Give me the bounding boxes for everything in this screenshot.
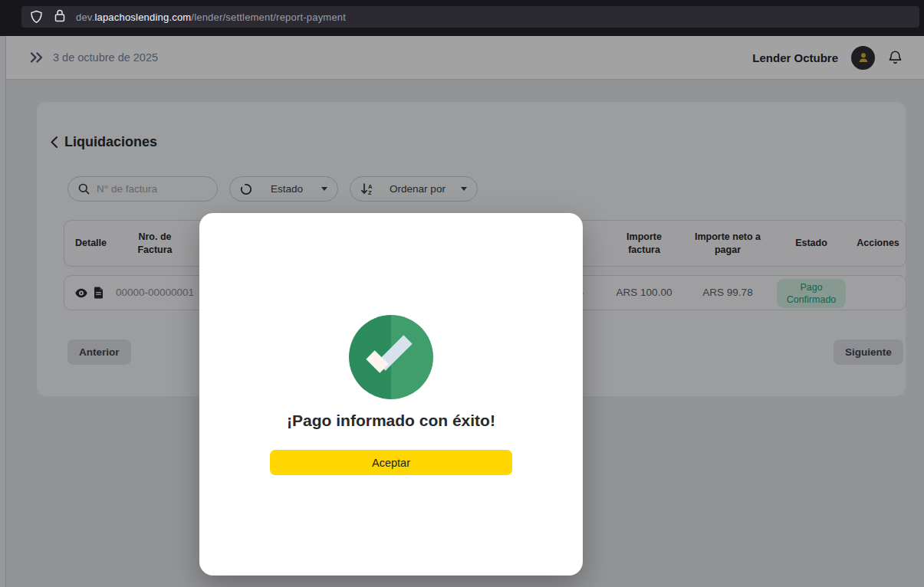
screenshot-root: dev.lapachoslending.com/lender/settlemen… [0, 0, 924, 587]
lock-icon[interactable] [54, 9, 65, 22]
browser-chrome: dev.lapachoslending.com/lender/settlemen… [0, 0, 924, 36]
url-bar[interactable]: dev.lapachoslending.com/lender/settlemen… [21, 6, 919, 28]
success-modal: ¡Pago informado con éxito! Aceptar [199, 213, 583, 576]
url-prefix: dev. [76, 11, 94, 23]
url-text: dev.lapachoslending.com/lender/settlemen… [76, 11, 346, 23]
check-circle-two-tone-icon [349, 315, 433, 399]
url-path: /lender/settlement/report-payment [191, 11, 346, 23]
accept-button[interactable]: Aceptar [270, 450, 512, 475]
modal-title: ¡Pago informado con éxito! [199, 412, 583, 430]
url-domain: lapachoslending.com [94, 11, 191, 23]
shield-icon[interactable] [30, 10, 43, 24]
